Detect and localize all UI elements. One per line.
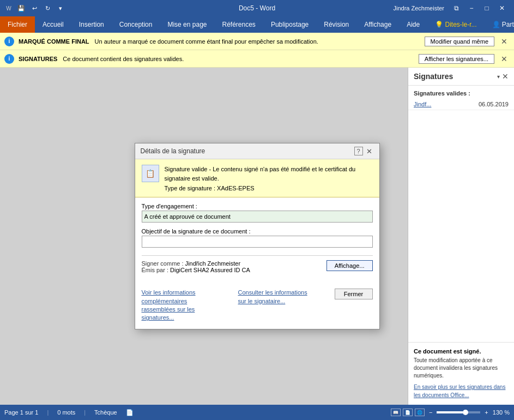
- zoom-thumb: [463, 410, 468, 415]
- tab-references[interactable]: Références: [215, 16, 263, 33]
- fermer-button[interactable]: Fermer: [335, 289, 373, 299]
- engagement-input[interactable]: [142, 211, 373, 223]
- user-name: Jindra Zechmeister: [393, 5, 444, 11]
- zoom-plus[interactable]: +: [485, 409, 488, 416]
- tab-insertion[interactable]: Insertion: [71, 16, 112, 33]
- tab-accueil[interactable]: Accueil: [35, 16, 71, 33]
- zoom-percent: 130 %: [493, 409, 510, 416]
- dialog-links: Voir les informations complémentaires ra…: [135, 284, 379, 329]
- signature-valid-section: 📋 Signature valide - Le contenu signé n'…: [135, 159, 379, 197]
- status-sep-1: |: [47, 409, 49, 416]
- title-bar: W 💾 ↩ ↻ ▾ Doc5 - Word Jindra Zechmeister…: [0, 0, 514, 16]
- title-bar-left: W 💾 ↩ ↻ ▾: [4, 3, 65, 13]
- dialog-help-button[interactable]: ?: [354, 147, 363, 155]
- dialog-close-button[interactable]: ✕: [365, 147, 374, 155]
- undo-qat-button[interactable]: ↩: [29, 3, 39, 13]
- maximize-button[interactable]: □: [479, 3, 494, 14]
- notification-close-final[interactable]: ✕: [499, 37, 510, 46]
- signer-label: Signer comme :: [142, 260, 184, 267]
- tab-publipostage[interactable]: Publipostage: [263, 16, 316, 33]
- notification-label-signatures: SIGNATURES: [19, 56, 57, 62]
- close-button[interactable]: ✕: [494, 3, 510, 14]
- tab-fichier[interactable]: Fichier: [0, 16, 35, 33]
- signer-info: Signer comme : Jindřich Zechmeister Émis…: [142, 260, 250, 273]
- notification-icon-signatures: i: [4, 54, 14, 64]
- affichage-button[interactable]: Affichage...: [326, 260, 373, 271]
- signer-name-row: Signer comme : Jindřich Zechmeister: [142, 260, 250, 267]
- tab-partager[interactable]: 👤 Partager: [485, 16, 514, 33]
- modifier-quand-meme-button[interactable]: Modifier quand même: [425, 37, 494, 46]
- signature-valid-message: Signature valide - Le contenu signé n'a …: [165, 165, 373, 183]
- tab-aide[interactable]: Aide: [399, 16, 427, 33]
- signature-type: Type de signature : XAdES-EPES: [165, 185, 373, 191]
- status-sep-2: |: [84, 409, 86, 416]
- word-count: 0 mots: [57, 409, 75, 416]
- signer-row: Signer comme : Jindřich Zechmeister Émis…: [142, 260, 373, 273]
- read-view-icon[interactable]: 📖: [391, 409, 401, 416]
- engagement-label: Type d'engagement :: [142, 203, 373, 209]
- view-icons: 📖 📄 🌐: [391, 409, 425, 416]
- more-info-link[interactable]: Voir les informations complémentaires ra…: [142, 289, 196, 321]
- qat-dropdown-button[interactable]: ▾: [56, 3, 65, 13]
- save-qat-button[interactable]: 💾: [16, 3, 26, 13]
- ribbon-tabs: Fichier Accueil Insertion Conception Mis…: [0, 16, 514, 33]
- tab-mise-en-page[interactable]: Mise en page: [160, 16, 214, 33]
- dialog-form: Type d'engagement : Objectif de la signa…: [135, 197, 379, 284]
- notification-bar-final: i MARQUÉ COMME FINAL Un auteur a marqué …: [0, 33, 514, 50]
- page-info: Page 1 sur 1: [4, 409, 38, 416]
- window-controls: ⧉ − □ ✕: [449, 3, 510, 14]
- form-divider: [142, 255, 373, 256]
- emetteur-row: Émis par : DigiCert SHA2 Assured ID CA: [142, 267, 250, 273]
- objectif-input[interactable]: [142, 236, 373, 248]
- language: Tchèque: [94, 409, 117, 416]
- modal-overlay: Détails de la signature ? ✕ 📋 Signat: [0, 68, 514, 405]
- certificate-icon: 📋: [142, 165, 159, 182]
- notification-text-signatures: Ce document contient des signatures vali…: [63, 56, 419, 62]
- main-area: Détails de la signature ? ✕ 📋 Signat: [0, 68, 514, 405]
- signature-valid-info: Signature valide - Le contenu signé n'a …: [165, 165, 373, 191]
- notification-icon-final: i: [4, 37, 14, 46]
- tab-revision[interactable]: Révision: [316, 16, 356, 33]
- minimize-button[interactable]: −: [464, 3, 479, 14]
- doc-icon: 📄: [126, 409, 134, 416]
- dialog-title: Détails de la signature: [141, 147, 205, 155]
- signatory-info-link[interactable]: Consulter les informations sur le signat…: [238, 289, 313, 305]
- dialog-title-bar: Détails de la signature ? ✕: [135, 143, 379, 159]
- print-view-icon[interactable]: 📄: [403, 409, 413, 416]
- signature-icon-area: 📋: [142, 165, 159, 191]
- tab-conception[interactable]: Conception: [112, 16, 160, 33]
- notification-bar-signatures: i SIGNATURES Ce document contient des si…: [0, 50, 514, 68]
- window-title: Doc5 - Word: [239, 4, 275, 12]
- document-area: Détails de la signature ? ✕ 📋 Signat: [0, 68, 408, 405]
- emetteur-label: Émis par :: [142, 267, 169, 273]
- objectif-label: Objectif de la signature de ce document …: [142, 228, 373, 235]
- notification-label-final: MARQUÉ COMME FINAL: [19, 38, 89, 45]
- signature-details-dialog: Détails de la signature ? ✕ 📋 Signat: [135, 143, 380, 329]
- zoom-slider[interactable]: [437, 411, 480, 413]
- status-bar-right: 📖 📄 🌐 − + 130 %: [391, 409, 510, 416]
- notification-close-signatures[interactable]: ✕: [499, 55, 510, 63]
- tab-affichage[interactable]: Affichage: [356, 16, 399, 33]
- title-bar-right: Jindra Zechmeister ⧉ − □ ✕: [393, 3, 510, 14]
- emetteur-value: DigiCert SHA2 Assured ID CA: [170, 267, 250, 273]
- dialog-controls: ? ✕: [354, 147, 374, 155]
- tab-dites-le-r[interactable]: 💡 Dites-le-r...: [427, 16, 484, 33]
- redo-qat-button[interactable]: ↻: [43, 3, 52, 13]
- quick-access-toolbar: W 💾 ↩ ↻ ▾: [4, 3, 65, 13]
- word-logo-icon: W: [4, 4, 13, 13]
- web-view-icon[interactable]: 🌐: [415, 409, 425, 416]
- ribbon: Fichier Accueil Insertion Conception Mis…: [0, 16, 514, 33]
- restore-button[interactable]: ⧉: [449, 3, 464, 14]
- afficher-signatures-button[interactable]: Afficher les signatures...: [419, 54, 494, 64]
- status-bar: Page 1 sur 1 | 0 mots | Tchèque 📄 📖 📄 🌐 …: [0, 405, 514, 420]
- zoom-track: [437, 411, 463, 413]
- notification-text-final: Un auteur a marqué ce document comme éta…: [95, 38, 425, 45]
- zoom-minus[interactable]: −: [429, 409, 432, 416]
- dialog-body: 📋 Signature valide - Le contenu signé n'…: [135, 159, 379, 329]
- signer-value: Jindřich Zechmeister: [185, 260, 240, 267]
